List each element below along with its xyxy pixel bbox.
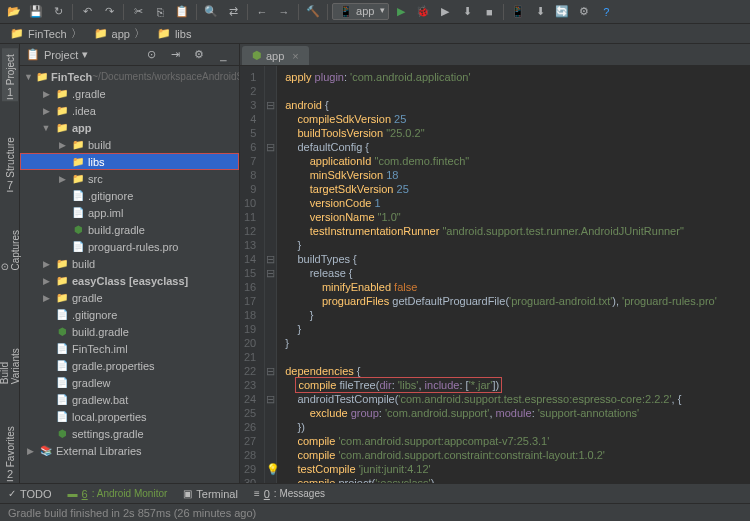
gutter-build-tab[interactable]: Build Variants [0,337,23,390]
project-tree: ▼📁FinTech ~/Documents/workspaceAndroidSt… [20,66,239,483]
tree-easyclass[interactable]: ▶📁easyClass [easyclass] [20,272,239,289]
tree-build[interactable]: ▶📁build [20,136,239,153]
save-icon[interactable]: 💾 [26,2,46,22]
tree-settings-gradle[interactable]: ⬢settings.gradle [20,425,239,442]
line-numbers: 1234567891011121314151617181920212223242… [240,66,265,483]
tree-app-iml[interactable]: 📄app.iml [20,204,239,221]
tree-src[interactable]: ▶📁src [20,170,239,187]
open-icon[interactable]: 📂 [4,2,24,22]
panel-title[interactable]: 📋 Project ▾ [26,48,88,61]
gear-icon[interactable]: ⚙ [189,45,209,65]
fold-gutter[interactable]: ⊟⊟⊟⊟⊟⊟💡 [265,66,277,483]
tree-gitignore2[interactable]: 📄.gitignore [20,306,239,323]
sdk-icon[interactable]: ⬇ [530,2,550,22]
tree-ext-lib[interactable]: ▶📚External Libraries [20,442,239,459]
avd-icon[interactable]: 📱 [508,2,528,22]
gutter-structure-tab[interactable]: 7 Structure [2,131,18,194]
project-panel: 📋 Project ▾ ⊙ ⇥ ⚙ ⎯ ▼📁FinTech ~/Document… [20,44,240,483]
tree-proguard[interactable]: 📄proguard-rules.pro [20,238,239,255]
code-content[interactable]: apply plugin: 'com.android.application' … [277,66,725,483]
replace-icon[interactable]: ⇄ [223,2,243,22]
find-icon[interactable]: 🔍 [201,2,221,22]
editor-tab-app[interactable]: ⬢app× [242,46,309,65]
gutter-favorites-tab[interactable]: 2 Favorites [2,420,18,483]
attach-icon[interactable]: ⬇ [457,2,477,22]
editor-area: ⬢app× 1234567891011121314151617181920212… [240,44,750,483]
nav-project[interactable]: 📁 FinTech 〉 [10,26,82,41]
scroll-icon[interactable]: ⇥ [165,45,185,65]
collapse-icon[interactable]: ⊙ [141,45,161,65]
left-gutter: 1 Project 7 Structure ⊙ Captures Build V… [0,44,20,483]
run-icon[interactable]: ▶ [391,2,411,22]
undo-icon[interactable]: ↶ [77,2,97,22]
nav-folder[interactable]: 📁 libs [157,27,192,40]
stop-icon[interactable]: ■ [479,2,499,22]
code-editor[interactable]: 1234567891011121314151617181920212223242… [240,66,750,483]
tree-gradle[interactable]: ▶📁gradle [20,289,239,306]
back-icon[interactable]: ← [252,2,272,22]
gutter-captures-tab[interactable]: ⊙ Captures [0,224,23,277]
terminal-tab[interactable]: ▣ Terminal [183,488,238,500]
refresh-icon[interactable]: ↻ [48,2,68,22]
close-icon[interactable]: × [292,50,298,62]
tree-gradle-dir[interactable]: ▶📁.gradle [20,85,239,102]
forward-icon[interactable]: → [274,2,294,22]
tree-idea-dir[interactable]: ▶📁.idea [20,102,239,119]
tree-gradlew[interactable]: 📄gradlew [20,374,239,391]
tree-build2[interactable]: ▶📁build [20,255,239,272]
status-bar: Gradle build finished in 2s 857ms (26 mi… [0,503,750,521]
tree-fintech-iml[interactable]: 📄FinTech.iml [20,340,239,357]
panel-header: 📋 Project ▾ ⊙ ⇥ ⚙ ⎯ [20,44,239,66]
todo-tab[interactable]: ✓ TODO [8,488,52,500]
sync-icon[interactable]: 🔄 [552,2,572,22]
tree-app[interactable]: ▼📁app [20,119,239,136]
debug-icon[interactable]: 🐞 [413,2,433,22]
tree-build-gradle[interactable]: ⬢build.gradle [20,221,239,238]
redo-icon[interactable]: ↷ [99,2,119,22]
tree-gradlew-bat[interactable]: 📄gradlew.bat [20,391,239,408]
editor-tab-bar: ⬢app× [240,44,750,66]
profile-icon[interactable]: ▶ [435,2,455,22]
nav-module[interactable]: 📁 app 〉 [94,26,145,41]
run-config-dropdown[interactable]: 📱 app [332,3,389,20]
main-toolbar: 📂 💾 ↻ ↶ ↷ ✂ ⎘ 📋 🔍 ⇄ ← → 🔨 📱 app ▶ 🐞 ▶ ⬇ … [0,0,750,24]
messages-tab[interactable]: ≡ 0: Messages [254,488,325,500]
settings-icon[interactable]: ⚙ [574,2,594,22]
tree-libs[interactable]: 📁libs [20,153,239,170]
help-icon[interactable]: ? [596,2,616,22]
tree-root[interactable]: ▼📁FinTech ~/Documents/workspaceAndroidSt… [20,68,239,85]
navigation-bar: 📁 FinTech 〉 📁 app 〉 📁 libs [0,24,750,44]
tree-build-gradle2[interactable]: ⬢build.gradle [20,323,239,340]
bottom-toolbar: ✓ TODO ▬ 6: Android Monitor ▣ Terminal ≡… [0,483,750,503]
android-monitor-tab[interactable]: ▬ 6: Android Monitor [68,488,168,500]
paste-icon[interactable]: 📋 [172,2,192,22]
hide-icon[interactable]: ⎯ [213,45,233,65]
cut-icon[interactable]: ✂ [128,2,148,22]
status-message: Gradle build finished in 2s 857ms (26 mi… [8,507,256,519]
tree-gitignore[interactable]: 📄.gitignore [20,187,239,204]
copy-icon[interactable]: ⎘ [150,2,170,22]
tree-local-props[interactable]: 📄local.properties [20,408,239,425]
tree-gradle-props[interactable]: 📄gradle.properties [20,357,239,374]
build-icon[interactable]: 🔨 [303,2,323,22]
gutter-project-tab[interactable]: 1 Project [2,48,18,101]
